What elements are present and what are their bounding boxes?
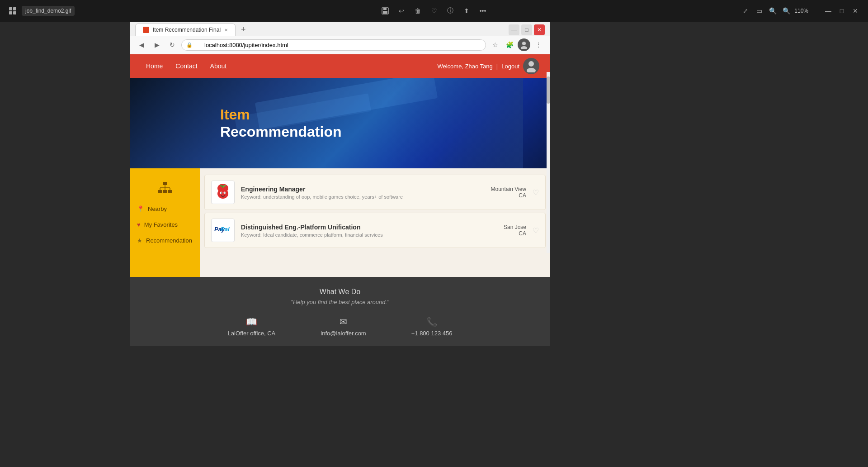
info-icon[interactable]: ⓘ: [445, 5, 456, 16]
address-input[interactable]: [195, 42, 480, 48]
recommendation-label: Recommendation: [146, 237, 192, 244]
maximize-os-btn[interactable]: □: [836, 5, 847, 16]
extension-icon[interactable]: 🧩: [503, 38, 516, 51]
job-keywords-2: Keyword: Ideal candidate, commerce platf…: [241, 232, 497, 238]
sidebar-recommendation[interactable]: ★ Recommendation: [130, 233, 200, 248]
window-controls: — □ ✕: [509, 24, 545, 35]
profile-icon[interactable]: [518, 38, 530, 51]
svg-point-25: [225, 192, 226, 193]
trash-icon[interactable]: 🗑: [412, 5, 423, 16]
svg-rect-11: [163, 182, 167, 185]
phone-icon: 📞: [426, 316, 438, 327]
svg-rect-13: [163, 190, 167, 193]
tab-favicon: [143, 27, 149, 33]
zoom-level: 110%: [794, 8, 808, 14]
office-icon: 📖: [246, 316, 257, 327]
svg-rect-6: [383, 11, 387, 14]
svg-rect-3: [13, 11, 16, 14]
job-card[interactable]: Engineering Manager Keyword: understandi…: [204, 175, 546, 210]
jobs-list: Engineering Manager Keyword: understandi…: [200, 168, 550, 277]
nearby-icon: 📍: [137, 205, 144, 212]
tab-close-btn[interactable]: ✕: [224, 28, 228, 33]
close-btn[interactable]: ✕: [534, 24, 545, 35]
svg-rect-12: [158, 190, 162, 193]
browser-chrome: Item Recommendation Final ✕ + — □ ✕ ◀ ▶ …: [130, 20, 550, 54]
expand-icon[interactable]: ⤢: [740, 5, 751, 16]
footer-title: What We Do: [130, 288, 550, 296]
hero-title-recommendation: Recommendation: [220, 123, 341, 140]
website-content: Home Contact About Welcome, Zhao Tang | …: [130, 54, 550, 346]
zoom-out-icon[interactable]: 🔍: [781, 5, 792, 16]
taskbar-left: job_find_demo2.gif: [7, 5, 75, 16]
phone-label: +1 800 123 456: [411, 330, 453, 337]
scrollbar[interactable]: [547, 72, 550, 253]
site-footer: What We Do "Help you find the best place…: [130, 277, 550, 346]
job-keywords-1: Keyword: understanding of oop, mobile ga…: [241, 194, 485, 200]
browser-tab-active[interactable]: Item Recommendation Final ✕: [135, 24, 236, 36]
favorites-label: My Favorites: [144, 221, 178, 228]
favorite-btn-1[interactable]: ♡: [533, 188, 539, 197]
display-icon[interactable]: ▭: [754, 5, 764, 16]
job-title-1: Engineering Manager: [241, 186, 485, 193]
svg-rect-5: [383, 8, 387, 10]
logout-link[interactable]: Logout: [501, 63, 519, 70]
job-info-1: Engineering Manager Keyword: understandi…: [241, 186, 485, 200]
undo-icon[interactable]: ↩: [396, 5, 407, 16]
footer-tagline: "Help you find the best place around.": [130, 299, 550, 305]
welcome-text: Welcome, Zhao Tang: [437, 63, 492, 70]
job-location-2: San Jose CA: [504, 224, 526, 237]
nav-about[interactable]: About: [205, 60, 232, 72]
svg-rect-1: [13, 7, 16, 10]
footer-phone: 📞 +1 800 123 456: [411, 316, 453, 337]
svg-point-21: [217, 189, 228, 199]
share-icon[interactable]: ⬆: [461, 5, 472, 16]
nav-links: Home Contact About: [141, 60, 437, 72]
sidebar-org-icon-wrap: [130, 174, 200, 201]
browser-toolbar: ◀ ▶ ↻ 🔒 ☆ 🧩 ⋮: [130, 36, 550, 54]
toolbar-icons: ☆ 🧩 ⋮: [489, 38, 545, 51]
heart-icon[interactable]: ♡: [429, 5, 439, 16]
minimize-os-btn[interactable]: —: [823, 5, 834, 16]
job-logo-2: Pay Pal: [211, 219, 235, 242]
footer-office: 📖 LaiOffer office, CA: [228, 316, 276, 337]
nav-contact[interactable]: Contact: [170, 60, 203, 72]
refresh-btn[interactable]: ↻: [166, 38, 179, 51]
svg-text:Pal: Pal: [221, 226, 230, 233]
save-icon[interactable]: [380, 5, 391, 16]
minimize-btn[interactable]: —: [509, 24, 519, 35]
forward-btn[interactable]: ▶: [151, 38, 163, 51]
hero-banner: Item Recommendation: [130, 78, 550, 168]
svg-point-8: [521, 46, 527, 49]
more-icon[interactable]: •••: [477, 5, 488, 16]
sidebar-nearby[interactable]: 📍 Nearby: [130, 201, 200, 217]
address-bar-wrap: 🔒: [181, 39, 486, 51]
os-window-controls: ⤢ ▭ 🔍 🔍 110% — □ ✕: [740, 5, 861, 16]
maximize-btn[interactable]: □: [521, 24, 532, 35]
favorite-btn-2[interactable]: ♡: [533, 226, 539, 235]
org-chart-icon: [157, 181, 173, 197]
sidebar-favorites[interactable]: ♥ My Favorites: [130, 217, 200, 233]
nearby-label: Nearby: [148, 205, 167, 212]
user-avatar[interactable]: [523, 58, 539, 74]
favorites-icon: ♥: [137, 221, 141, 228]
bookmark-icon[interactable]: ☆: [489, 38, 501, 51]
taskbar-gif-label: job_find_demo2.gif: [25, 8, 71, 14]
menu-icon[interactable]: ⋮: [532, 38, 545, 51]
taskbar-gif-item[interactable]: job_find_demo2.gif: [22, 6, 75, 16]
profile-avatar: [518, 38, 530, 51]
back-btn[interactable]: ◀: [135, 38, 148, 51]
job-city-1: Mountain View: [491, 186, 527, 192]
zoom-in-icon[interactable]: 🔍: [767, 5, 778, 16]
job-city-2: San Jose: [504, 224, 526, 230]
taskbar-app-icon[interactable]: [7, 5, 18, 16]
job-card-2[interactable]: Pay Pal Distinguished Eng.-Platform Unif…: [204, 213, 546, 248]
scroll-thumb[interactable]: [547, 76, 550, 104]
new-tab-button[interactable]: +: [237, 25, 250, 34]
nav-home[interactable]: Home: [141, 60, 168, 72]
email-icon: ✉: [340, 316, 347, 327]
svg-rect-0: [9, 7, 12, 10]
close-os-btn[interactable]: ✕: [850, 5, 861, 16]
job-info-2: Distinguished Eng.-Platform Unification …: [241, 224, 497, 238]
hero-title: Item Recommendation: [220, 106, 341, 141]
job-state-1: CA: [491, 192, 527, 199]
